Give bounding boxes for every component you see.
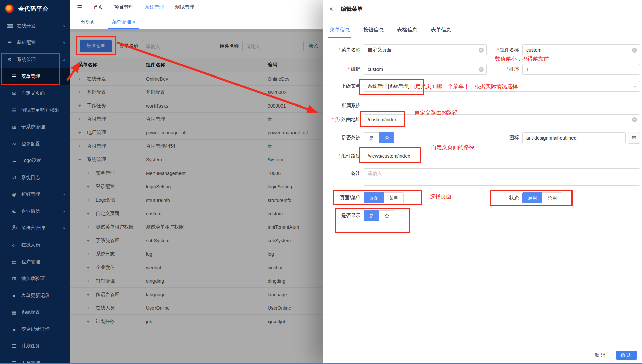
top-nav-item[interactable]: 首页: [93, 4, 103, 10]
bottom-scrollbar[interactable]: [0, 363, 642, 364]
expander-icon[interactable]: +: [87, 251, 92, 256]
menu-name-text: 计划任务: [96, 318, 115, 325]
toggle-option-hide[interactable]: 否: [379, 210, 394, 221]
expander-icon[interactable]: −: [78, 157, 84, 162]
icon-picker-button[interactable]: ✉: [628, 132, 640, 144]
sidebar-item[interactable]: ⚙ 系统管理 ∧: [0, 51, 70, 68]
app-title: 全代码平台: [18, 5, 49, 13]
clear-icon[interactable]: ✕: [632, 48, 637, 53]
sidebar-item-label: 测试菜单租户权限: [21, 107, 59, 113]
drawer-header: ✕ 编辑菜单: [323, 0, 642, 19]
code-input[interactable]: [364, 64, 487, 75]
top-nav-item[interactable]: 系统管理: [145, 4, 164, 10]
expander-icon[interactable]: +: [87, 184, 92, 189]
sidebar-item[interactable]: ⊞ 懒加载验证: [0, 270, 70, 287]
sidebar-item[interactable]: ⊞ 子系统管理: [0, 119, 70, 135]
toggle-option-disabled[interactable]: 禁用: [542, 192, 562, 203]
expander-icon[interactable]: +: [78, 144, 84, 149]
sidebar-item[interactable]: ☰ 测试菜单租户权限: [0, 102, 70, 119]
top-nav-item[interactable]: 项目管理: [114, 4, 133, 10]
expander-icon[interactable]: +: [87, 319, 92, 324]
remark-field-label: 备注: [328, 171, 360, 177]
sidebar-item-label: 菜单管理: [21, 73, 40, 80]
page-tab[interactable]: 菜单管理 ×: [108, 15, 139, 29]
expander-icon[interactable]: +: [87, 238, 92, 243]
menu-fold-icon[interactable]: ☰: [77, 4, 82, 11]
expander-icon[interactable]: +: [87, 265, 92, 270]
drawer-tab[interactable]: 菜单信息: [328, 27, 351, 38]
sidebar-item-label: 变更记录详情: [21, 326, 50, 332]
toggle-option-enabled[interactable]: 启用: [522, 192, 542, 203]
clear-icon[interactable]: ✕: [479, 48, 484, 53]
sidebar-item[interactable]: ◇ 在线人员: [0, 237, 70, 253]
component-name-input[interactable]: [522, 44, 640, 55]
cancel-button[interactable]: 取消: [591, 351, 611, 360]
parent-menu-select[interactable]: [364, 81, 640, 92]
expander-icon[interactable]: +: [78, 130, 84, 135]
tab-close-icon[interactable]: ×: [133, 20, 135, 24]
sidebar-item[interactable]: ⌨ 在线开发 ∨: [0, 18, 70, 34]
sidebar-item[interactable]: ☁ Logo设置: [0, 152, 70, 169]
toggle-option-menu[interactable]: 菜单: [384, 192, 404, 203]
clear-icon[interactable]: ✕: [479, 67, 484, 72]
sidebar-item[interactable]: ↺ 系统日志: [0, 169, 70, 186]
expander-icon[interactable]: +: [87, 211, 92, 216]
sidebar-item[interactable]: ▦ 系统配置: [0, 304, 70, 321]
sidebar-item[interactable]: ● 表单更新记录: [0, 287, 70, 304]
sidebar-item[interactable]: ∞ 登录配置: [0, 135, 70, 152]
sort-field-label: *排序: [487, 66, 519, 72]
component-name-filter-input[interactable]: [242, 41, 304, 51]
sidebar-item[interactable]: ☰ 基础配置 ∨: [0, 34, 70, 51]
top-nav-item[interactable]: 测试管理: [175, 4, 194, 10]
toggle-option-show[interactable]: 是: [364, 210, 379, 221]
menu-name-filter-input[interactable]: [142, 41, 208, 51]
drawer-tab[interactable]: 表格信息: [396, 27, 419, 38]
menu-name-text: 合同管理: [87, 116, 106, 122]
sidebar-item-icon: ⊞: [11, 276, 17, 281]
expander-icon[interactable]: +: [78, 90, 84, 95]
cell-component-name: custom: [146, 211, 268, 216]
sidebar-item[interactable]: ✉ 自定义页面: [0, 85, 70, 102]
expander-icon[interactable]: +: [87, 198, 92, 203]
toggle-option-page[interactable]: 页面: [364, 192, 384, 203]
expander-icon[interactable]: +: [87, 278, 92, 283]
add-menu-button[interactable]: 新增菜单: [80, 40, 112, 52]
expander-icon[interactable]: +: [87, 292, 92, 297]
expander-icon[interactable]: +: [87, 224, 92, 230]
toggle-option-yes[interactable]: 是: [364, 132, 379, 143]
question-circle-icon[interactable]: ?: [335, 117, 340, 122]
expander-icon[interactable]: +: [78, 103, 84, 108]
sidebar-item[interactable]: ▤ 租户管理: [0, 253, 70, 270]
sidebar-item[interactable]: ☰ 计划任务: [0, 338, 70, 355]
sidebar-item[interactable]: ● 变更记录详情: [0, 321, 70, 338]
sidebar-item[interactable]: ☯ 企业微信 ∨: [0, 203, 70, 220]
toggle-option-no[interactable]: 否: [379, 132, 394, 143]
chevron-icon: ∧: [63, 58, 65, 61]
route-input[interactable]: [364, 114, 640, 125]
close-icon[interactable]: ✕: [329, 6, 333, 12]
expander-icon[interactable]: +: [87, 171, 92, 176]
remark-textarea[interactable]: [364, 168, 640, 186]
expander-icon[interactable]: +: [78, 117, 84, 122]
sidebar-item[interactable]: ☰ 菜单管理: [0, 68, 70, 85]
page-tab[interactable]: 分析页: [77, 15, 101, 29]
icon-field-label: 图标: [487, 135, 519, 141]
menu-name-input[interactable]: [364, 44, 487, 55]
menu-name-label: 菜单名称: [119, 43, 138, 49]
sidebar-item[interactable]: ◉ 钉钉管理 ∨: [0, 186, 70, 203]
confirm-button[interactable]: 确认: [616, 351, 637, 360]
drawer-tab[interactable]: 表单信息: [429, 27, 452, 38]
sidebar-item-label: 钉钉管理: [21, 191, 40, 198]
sort-input[interactable]: [522, 64, 640, 75]
column-header-component-name: 组件名称: [146, 62, 268, 68]
expander-icon[interactable]: +: [87, 305, 92, 310]
drawer-tab[interactable]: 按钮信息: [362, 27, 385, 38]
logo-icon: [5, 4, 14, 13]
clear-icon[interactable]: ✕: [632, 117, 637, 122]
component-path-input[interactable]: [364, 151, 640, 161]
icon-input[interactable]: [522, 132, 626, 143]
menu-name-text: 合同管理: [87, 143, 106, 149]
status-field-label: 状态: [487, 195, 519, 201]
expander-icon[interactable]: +: [78, 76, 84, 81]
sidebar-item[interactable]: ⓐ 多语言管理 ∨: [0, 220, 70, 237]
